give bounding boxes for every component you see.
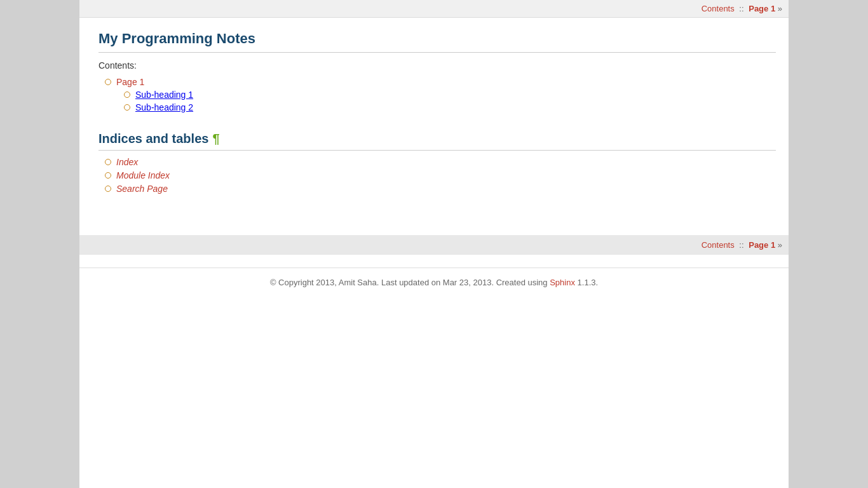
- main-wrapper: Contents :: Page 1 » My Programming Note…: [79, 0, 789, 488]
- bottom-nav: Contents :: Page 1 »: [79, 235, 789, 255]
- toc-sub-link-1[interactable]: Sub-heading 1: [135, 90, 193, 100]
- toc-sub-item-1: Sub-heading 1: [124, 90, 776, 100]
- indices-heading-text: Indices and tables: [98, 132, 208, 146]
- indices-link-module[interactable]: Module Index: [116, 170, 170, 180]
- indices-item-search: Search Page: [105, 184, 776, 194]
- contents-label: Contents:: [98, 60, 776, 71]
- toc-item-page1: Page 1: [105, 77, 776, 87]
- toc-sub-bullet-1: [124, 92, 130, 98]
- toc-sub-item-2: Sub-heading 2: [124, 102, 776, 112]
- toc-sub-list: Sub-heading 1 Sub-heading 2: [124, 90, 776, 112]
- bottom-nav-current-page: Page 1: [749, 240, 775, 250]
- top-nav: Contents :: Page 1 »: [79, 0, 789, 18]
- toc-list: Page 1: [105, 77, 776, 87]
- left-sidebar: [0, 0, 79, 488]
- footer-sphinx-version: 1.1.3.: [575, 278, 598, 287]
- top-nav-separator: ::: [739, 4, 743, 13]
- indices-list: Index Module Index Search Page: [105, 157, 776, 194]
- indices-link-index[interactable]: Index: [116, 157, 138, 167]
- bottom-nav-separator: ::: [739, 240, 743, 250]
- bottom-nav-contents-link[interactable]: Contents: [702, 240, 735, 250]
- indices-item-module: Module Index: [105, 170, 776, 180]
- right-sidebar: [789, 0, 868, 488]
- toc-sub-bullet-2: [124, 104, 130, 111]
- top-nav-contents-link[interactable]: Contents: [702, 4, 735, 13]
- indices-item-index: Index: [105, 157, 776, 167]
- indices-bullet-search: [105, 186, 111, 192]
- bottom-nav-next-arrow: »: [778, 240, 782, 250]
- content-area: My Programming Notes Contents: Page 1 Su…: [79, 18, 789, 210]
- footer-copyright: © Copyright 2013, Amit Saha. Last update…: [270, 278, 550, 287]
- toc-bullet-page1: [105, 79, 111, 85]
- footer: © Copyright 2013, Amit Saha. Last update…: [79, 268, 789, 297]
- sphinx-link[interactable]: Sphinx: [550, 278, 575, 287]
- page-title: My Programming Notes: [98, 30, 776, 53]
- top-nav-current-page: Page 1: [749, 4, 775, 13]
- indices-bullet-index: [105, 159, 111, 165]
- indices-heading: Indices and tables ¶: [98, 132, 776, 151]
- indices-bullet-module: [105, 172, 111, 179]
- toc-link-page1[interactable]: Page 1: [116, 77, 144, 87]
- toc-sub-link-2[interactable]: Sub-heading 2: [135, 102, 193, 112]
- indices-link-search[interactable]: Search Page: [116, 184, 168, 194]
- pilcrow-icon: ¶: [212, 132, 219, 146]
- top-nav-next-arrow: »: [778, 4, 782, 13]
